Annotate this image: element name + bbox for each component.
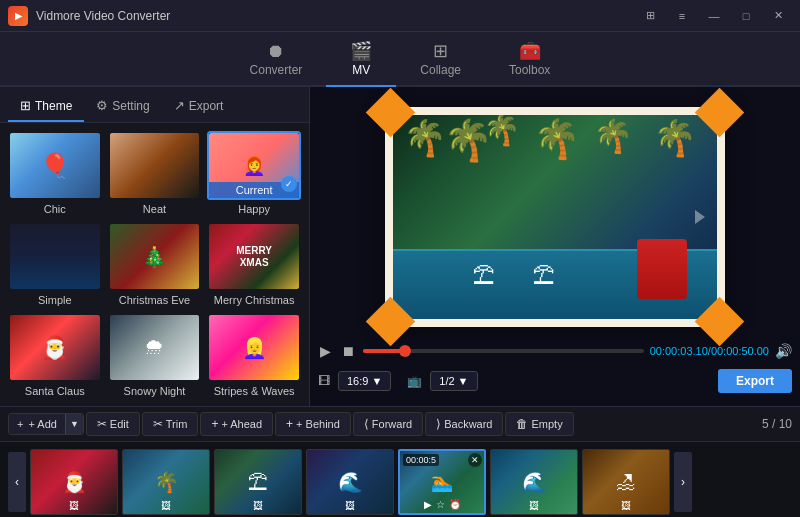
time-current: 00:00:03.10 [650,345,708,357]
mv-icon: 🎬 [350,42,372,60]
aspect-ratio-dropdown[interactable]: 16:9 ▼ [338,371,391,391]
empty-icon: 🗑 [516,417,528,431]
film-icons-2: 🖼 [161,500,171,511]
film-thumb-7[interactable]: 🏖 🖼 [582,449,670,515]
backward-btn[interactable]: ⟩ Backward [425,412,503,436]
ahead-icon: + [211,417,218,431]
filmstrip-prev[interactable]: ‹ [8,452,26,512]
quality-chevron: ▼ [458,375,469,387]
trim-btn[interactable]: ✂ Trim [142,412,199,436]
forward-label: Forward [372,418,412,430]
backward-label: Backward [444,418,492,430]
grid-btn[interactable]: ⊞ [636,5,664,27]
add-dropdown-btn[interactable]: ▼ [65,414,83,434]
menu-btn[interactable]: ≡ [668,5,696,27]
close-btn[interactable]: ✕ [764,5,792,27]
theme-snowy-night[interactable]: 🌨 Snowy Night [108,313,202,398]
film-icons-6: 🖼 [529,500,539,511]
edit-label: Edit [110,418,129,430]
video-frame-container: 🌴 🌴 🌴 🌴 🌴 🌴 ⛱ ⛱ [385,107,725,327]
ahead-label: + Ahead [221,418,262,430]
tab-toolbox[interactable]: 🧰 Toolbox [485,38,574,85]
theme-neat[interactable]: Neat [108,131,202,216]
theme-happy-check: ✓ [281,176,297,192]
export-row: 🎞 16:9 ▼ 📺 1/2 ▼ Export [310,365,800,397]
tab-collage-label: Collage [420,63,461,77]
volume-icon[interactable]: 🔊 [775,343,792,359]
minimize-btn[interactable]: — [700,5,728,27]
theme-stripes-waves[interactable]: 👱‍♀️ Stripes & Waves [207,313,301,398]
sub-tab-theme[interactable]: ⊞ Theme [8,93,84,122]
export-button[interactable]: Export [718,369,792,393]
theme-chic[interactable]: 🎈 Chic [8,131,102,216]
theme-happy-label: Happy [207,200,301,216]
quality-dropdown[interactable]: 1/2 ▼ [430,371,477,391]
behind-btn[interactable]: + + Behind [275,412,351,436]
app-title: Vidmore Video Converter [36,9,636,23]
progress-bar[interactable] [363,349,644,353]
progress-thumb [399,345,411,357]
edit-btn[interactable]: ✂ Edit [86,412,140,436]
film-thumb-1[interactable]: 🎅 🖼 [30,449,118,515]
play-btn[interactable]: ▶ [318,341,333,361]
film-thumb-2[interactable]: 🌴 🖼 [122,449,210,515]
sub-tab-export[interactable]: ↗ Export [162,93,236,122]
tab-mv-label: MV [352,63,370,77]
theme-chic-label: Chic [8,200,102,216]
theme-stripes-waves-label: Stripes & Waves [207,382,301,398]
converter-icon: ⏺ [267,42,285,60]
video-icon: 🎞 [318,374,330,388]
empty-label: Empty [531,418,562,430]
collage-icon: ⊞ [433,42,448,60]
video-content: 🌴 🌴 🌴 🌴 🌴 🌴 ⛱ ⛱ [393,115,717,319]
filmstrip-next[interactable]: › [674,452,692,512]
film-thumb-3[interactable]: ⛱ 🖼 [214,449,302,515]
maximize-btn[interactable]: □ [732,5,760,27]
add-label: + Add [28,418,56,430]
page-count: 5 / 10 [762,417,792,431]
tab-converter[interactable]: ⏺ Converter [226,38,327,85]
forward-icon: ⟨ [364,417,369,431]
main-content: ⊞ Theme ⚙ Setting ↗ Export 🎈 Chic [0,87,800,406]
forward-btn[interactable]: ⟨ Forward [353,412,423,436]
trim-label: Trim [166,418,188,430]
theme-happy[interactable]: 👩‍🦰 Current Happy ✓ [207,131,301,216]
film-close-5[interactable]: ✕ [468,453,482,467]
theme-christmas-eve-label: Christmas Eve [108,291,202,307]
tab-toolbox-label: Toolbox [509,63,550,77]
aspect-ratio-chevron: ▼ [371,375,382,387]
theme-icon: ⊞ [20,98,31,113]
stop-btn[interactable]: ⏹ [339,341,357,361]
theme-simple[interactable]: Simple [8,222,102,307]
film-thumb-6[interactable]: 🌊 🖼 [490,449,578,515]
backward-icon: ⟩ [436,417,441,431]
left-panel: ⊞ Theme ⚙ Setting ↗ Export 🎈 Chic [0,87,310,406]
theme-christmas-eve[interactable]: 🎄 Christmas Eve [108,222,202,307]
toolbox-icon: 🧰 [519,42,541,60]
film-thumb-5[interactable]: 🏊 00:00:5 ✕ ▶☆⏰ [398,449,486,515]
sub-tab-theme-label: Theme [35,99,72,113]
empty-btn[interactable]: 🗑 Empty [505,412,573,436]
theme-neat-label: Neat [108,200,202,216]
tab-mv[interactable]: 🎬 MV [326,38,396,85]
theme-snowy-night-label: Snowy Night [108,382,202,398]
play-indicator [695,210,705,224]
film-icons-4: 🖼 [345,500,355,511]
theme-santa-claus[interactable]: 🎅 Santa Claus [8,313,102,398]
film-icons-5: ▶☆⏰ [424,499,461,510]
right-panel: 🌴 🌴 🌴 🌴 🌴 🌴 ⛱ ⛱ [310,87,800,406]
add-btn[interactable]: + + Add [9,414,65,434]
trim-icon: ✂ [153,417,163,431]
theme-merry-christmas[interactable]: MERRYXMAS Merry Christmas [207,222,301,307]
quality-icon: 📺 [407,374,422,388]
video-frame: 🌴 🌴 🌴 🌴 🌴 🌴 ⛱ ⛱ [385,107,725,327]
bottom-toolbar: + + Add ▼ ✂ Edit ✂ Trim + + Ahead + + Be… [0,406,800,442]
sub-tabs: ⊞ Theme ⚙ Setting ↗ Export [0,87,309,123]
film-icons-1: 🖼 [69,500,79,511]
ahead-btn[interactable]: + + Ahead [200,412,273,436]
time-display: 00:00:03.10/00:00:50.00 [650,345,769,357]
sub-tab-setting[interactable]: ⚙ Setting [84,93,161,122]
film-thumb-4[interactable]: 🌊 🖼 [306,449,394,515]
tab-collage[interactable]: ⊞ Collage [396,38,485,85]
behind-icon: + [286,417,293,431]
